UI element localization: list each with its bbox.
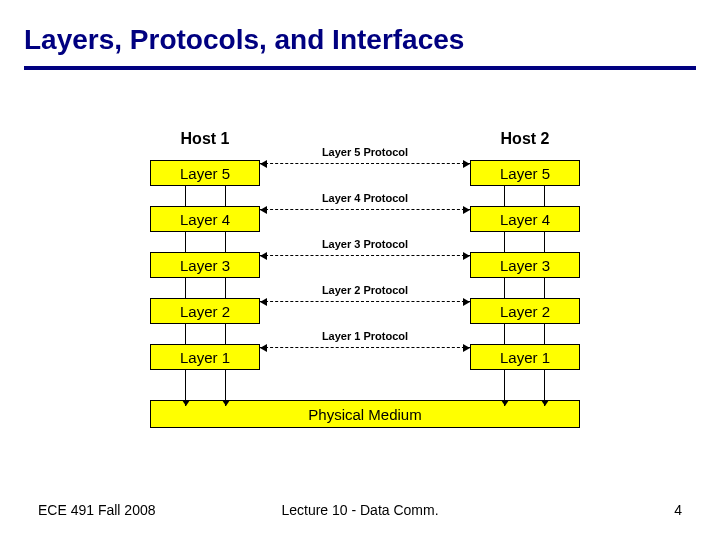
layer-row-4: Layer 4 Layer 4 Protocol Layer 4 (150, 196, 580, 242)
host-2-label: Host 2 (470, 130, 580, 148)
protocol-1-line (260, 347, 470, 348)
host1-layer5-box: Layer 5 (150, 160, 260, 186)
layer-row-5: Layer 5 Layer 5 Protocol Layer 5 (150, 150, 580, 196)
slide-footer: ECE 491 Fall 2008 Lecture 10 - Data Comm… (0, 502, 720, 518)
host2-layer2-box: Layer 2 (470, 298, 580, 324)
host1-layer1-box: Layer 1 (150, 344, 260, 370)
protocol-3-line (260, 255, 470, 256)
footer-page-number: 4 (674, 502, 682, 518)
protocol-3-label: Layer 3 Protocol (320, 238, 410, 250)
protocol-5-label: Layer 5 Protocol (320, 146, 410, 158)
protocol-2-line (260, 301, 470, 302)
slide-title: Layers, Protocols, and Interfaces (0, 0, 720, 66)
protocol-3: Layer 3 Protocol (260, 245, 470, 265)
host1-layer3-box: Layer 3 (150, 252, 260, 278)
footer-lecture: Lecture 10 - Data Comm. (281, 502, 438, 518)
host2-layer4-box: Layer 4 (470, 206, 580, 232)
protocol-2-label: Layer 2 Protocol (320, 284, 410, 296)
host1-layer4-box: Layer 4 (150, 206, 260, 232)
layer-row-1: Layer 1 Layer 1 Protocol Layer 1 (150, 334, 580, 380)
host2-layer3-box: Layer 3 (470, 252, 580, 278)
protocol-5-line (260, 163, 470, 164)
footer-course: ECE 491 Fall 2008 (38, 502, 156, 518)
protocol-5: Layer 5 Protocol (260, 153, 470, 173)
protocol-4-label: Layer 4 Protocol (320, 192, 410, 204)
layer-row-2: Layer 2 Layer 2 Protocol Layer 2 (150, 288, 580, 334)
protocol-4: Layer 4 Protocol (260, 199, 470, 219)
layer-diagram: Host 1 Host 2 Layer 5 Layer 5 Protocol L… (150, 130, 580, 428)
protocol-1: Layer 1 Protocol (260, 337, 470, 357)
layer-row-3: Layer 3 Layer 3 Protocol Layer 3 (150, 242, 580, 288)
physical-medium-box: Physical Medium (150, 400, 580, 428)
host-1-label: Host 1 (150, 130, 260, 148)
protocol-4-line (260, 209, 470, 210)
protocol-1-label: Layer 1 Protocol (320, 330, 410, 342)
protocol-2: Layer 2 Protocol (260, 291, 470, 311)
host2-layer1-box: Layer 1 (470, 344, 580, 370)
host2-layer5-box: Layer 5 (470, 160, 580, 186)
title-rule (24, 66, 696, 70)
host1-layer2-box: Layer 2 (150, 298, 260, 324)
